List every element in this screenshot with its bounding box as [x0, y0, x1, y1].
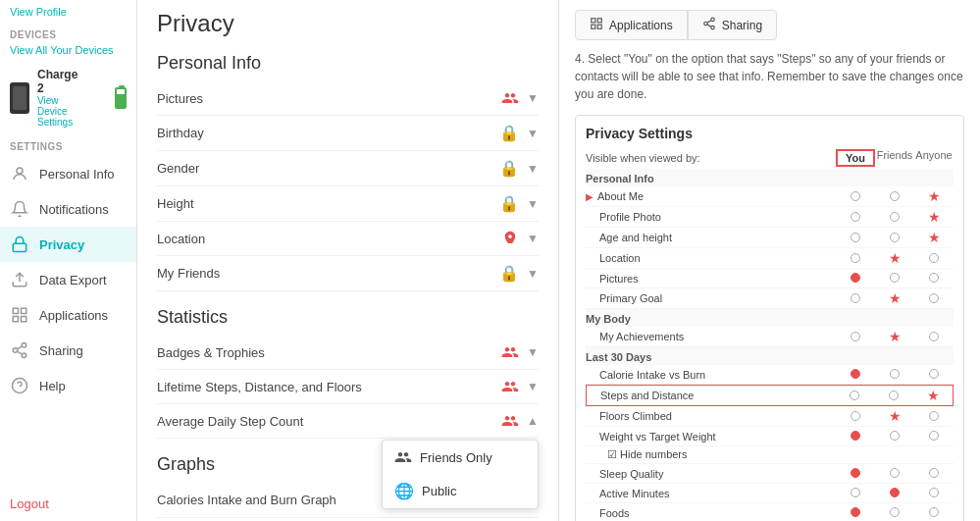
ps-radio[interactable] [851, 293, 860, 303]
chevron-down-icon[interactable]: ▼ [527, 232, 539, 245]
lock-icon: 🔒 [499, 159, 519, 178]
ps-row-label: Calorie Intake vs Burn [586, 369, 836, 381]
sidebar-item-privacy[interactable]: Privacy [0, 227, 136, 262]
ps-radio[interactable] [851, 212, 860, 222]
ps-radio-filled[interactable] [890, 488, 900, 497]
ps-radio[interactable] [851, 191, 860, 201]
ps-radio-filled[interactable] [851, 431, 860, 441]
ps-radio[interactable] [850, 391, 859, 400]
chevron-down-icon[interactable]: ▼ [527, 345, 539, 359]
privacy-row-lifetime-steps: Lifetime Steps, Distance, and Floors ▼ [157, 370, 539, 404]
ps-row-label: ☑ Hide numbers [586, 448, 836, 461]
ps-radio-filled[interactable] [851, 468, 860, 478]
ps-radio[interactable] [890, 233, 900, 242]
ps-radio[interactable] [851, 253, 860, 263]
ps-radio[interactable] [890, 468, 900, 478]
chevron-down-icon[interactable]: ▼ [527, 197, 539, 211]
ps-radio[interactable] [890, 273, 900, 283]
ps-radio-filled[interactable] [851, 273, 860, 283]
panel-tabs: Applications Sharing [575, 10, 964, 40]
star-icon[interactable]: ★ [889, 329, 902, 344]
row-label: Height [157, 196, 194, 211]
globe-icon: 🌐 [394, 482, 414, 500]
svg-rect-17 [592, 25, 595, 28]
sidebar: View Profile DEVICES View All Your Devic… [0, 0, 137, 521]
svg-point-7 [22, 343, 26, 348]
ps-radio[interactable] [851, 233, 860, 242]
star-icon[interactable]: ★ [927, 388, 940, 403]
dropdown-option-friends-only[interactable]: Friends Only [383, 441, 538, 474]
view-profile-link[interactable]: View Profile [0, 0, 136, 24]
ps-row-label: My Achievements [586, 331, 836, 342]
star-icon[interactable]: ★ [928, 209, 941, 225]
privacy-row-avg-steps: Average Daily Step Count ▲ Friends Only … [157, 404, 539, 439]
privacy-row-birthday: Birthday 🔒 ▼ [157, 116, 539, 151]
svg-line-22 [707, 21, 711, 23]
star-icon[interactable]: ★ [928, 230, 941, 245]
sidebar-item-notifications[interactable]: Notifications [0, 191, 136, 227]
ps-radio[interactable] [851, 488, 860, 497]
svg-rect-16 [597, 25, 601, 28]
ps-radio[interactable] [929, 253, 939, 263]
star-icon[interactable]: ★ [889, 250, 902, 266]
chevron-down-icon[interactable]: ▼ [527, 380, 539, 393]
ps-radio[interactable] [851, 411, 860, 421]
battery-icon [115, 87, 127, 109]
ps-radio[interactable] [929, 507, 939, 517]
logout-link[interactable]: Logout [10, 496, 49, 511]
ps-row-label: Age and height [586, 232, 836, 243]
ps-row-label: Weight vs Target Weight [586, 431, 836, 443]
ps-radio[interactable] [929, 293, 939, 303]
tab-applications[interactable]: Applications [575, 10, 688, 40]
ps-radio[interactable] [929, 411, 939, 421]
star-icon[interactable]: ★ [889, 408, 902, 424]
sidebar-item-personal-info[interactable]: Personal Info [0, 156, 136, 191]
chevron-down-icon[interactable]: ▼ [527, 91, 539, 105]
chevron-down-icon[interactable]: ▼ [527, 127, 539, 140]
dropdown-option-public[interactable]: 🌐 Public [383, 474, 538, 508]
ps-radio[interactable] [929, 468, 939, 478]
sidebar-item-data-export[interactable]: Data Export [0, 262, 136, 297]
tab-sharing[interactable]: Sharing [688, 10, 777, 40]
ps-row-label: Pictures [586, 273, 836, 285]
row-label: Location [157, 232, 205, 246]
sidebar-item-label: Sharing [39, 343, 83, 358]
ps-radio-filled[interactable] [851, 507, 860, 517]
ps-radio[interactable] [929, 488, 939, 497]
svg-rect-1 [13, 243, 26, 251]
ps-radio[interactable] [929, 273, 939, 283]
lock-icon: 🔒 [499, 194, 519, 213]
svg-line-11 [17, 346, 22, 349]
star-icon[interactable]: ★ [889, 290, 902, 306]
ps-radio[interactable] [851, 332, 860, 341]
privacy-row-my-friends: My Friends 🔒 ▼ [157, 256, 539, 291]
row-controls: ▼ [501, 89, 539, 107]
svg-rect-4 [22, 308, 26, 313]
ps-radio[interactable] [929, 332, 939, 341]
star-icon[interactable]: ★ [928, 188, 941, 204]
sidebar-item-help[interactable]: Help [0, 368, 136, 403]
ps-radio[interactable] [890, 369, 900, 379]
ps-radio[interactable] [929, 369, 939, 379]
ps-row-label: Active Minutes [586, 488, 836, 499]
lock-icon: 🔒 [499, 264, 519, 283]
device-links[interactable]: ViewDeviceSettings [37, 95, 107, 128]
export-icon [10, 270, 29, 289]
chevron-up-icon[interactable]: ▲ [527, 414, 539, 428]
ps-radio-filled[interactable] [851, 369, 860, 379]
ps-radio[interactable] [890, 507, 900, 517]
ps-section-last-30: Last 30 Days [586, 347, 954, 365]
ps-radio[interactable] [890, 212, 900, 222]
sidebar-item-label: Personal Info [39, 167, 115, 182]
view-all-devices-link[interactable]: View All Your Devices [0, 42, 136, 62]
sidebar-item-applications[interactable]: Applications [0, 297, 136, 333]
chevron-down-icon[interactable]: ▼ [527, 267, 539, 281]
ps-section-my-body: My Body [586, 309, 954, 327]
ps-radio[interactable] [929, 431, 939, 441]
ps-radio[interactable] [890, 191, 900, 201]
svg-point-20 [710, 26, 714, 29]
chevron-down-icon[interactable]: ▼ [527, 162, 539, 176]
ps-radio[interactable] [889, 391, 899, 400]
ps-radio[interactable] [890, 431, 900, 441]
sidebar-item-sharing[interactable]: Sharing [0, 333, 136, 368]
